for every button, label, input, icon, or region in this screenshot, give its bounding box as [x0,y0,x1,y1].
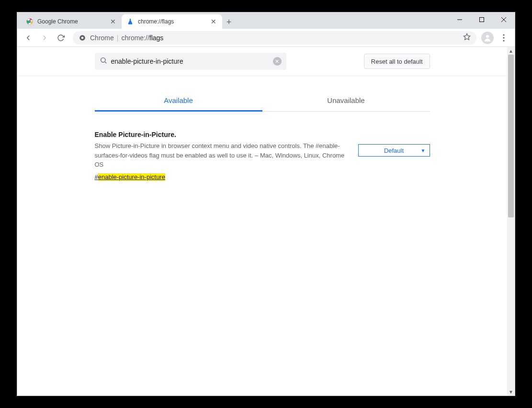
svg-point-12 [503,40,504,41]
page-content: ✕ Reset all to default Available Unavail… [17,47,507,396]
chrome-url-icon [79,34,86,42]
new-tab-button[interactable]: + [222,15,236,29]
tab-available[interactable]: Available [95,90,262,111]
flask-favicon-icon [126,18,134,25]
flag-item: Enable Picture-in-Picture. Show Picture-… [95,131,430,181]
flag-state-value: Default [384,147,404,154]
flag-list: Enable Picture-in-Picture. Show Picture-… [95,131,430,181]
back-button[interactable] [21,31,35,45]
search-flags-input[interactable] [111,57,273,65]
svg-point-13 [101,58,105,62]
search-flags-box: ✕ [95,53,286,70]
reload-button[interactable] [54,31,68,45]
svg-marker-8 [464,34,470,40]
svg-rect-3 [480,18,484,22]
caret-down-icon: ▼ [421,148,426,153]
content-wrap: ✕ Reset all to default Available Unavail… [17,47,515,396]
flag-description: Show Picture-in-Picture in browser conte… [95,141,347,170]
scroll-up-icon[interactable]: ▲ [507,47,515,55]
kebab-menu-icon[interactable] [497,31,511,45]
svg-point-10 [503,34,504,35]
forward-button[interactable] [37,31,52,45]
vertical-scrollbar[interactable]: ▲ ▼ [507,47,515,396]
svg-point-9 [486,35,489,38]
scrollbar-thumb[interactable] [508,55,514,217]
address-bar: Chrome | chrome://flags [17,29,515,47]
url-separator: | [117,34,119,42]
tab-chrome-flags[interactable]: chrome://flags ✕ [122,14,222,29]
chrome-favicon-icon [26,18,34,25]
bookmark-star-icon[interactable] [463,33,471,42]
clear-search-icon[interactable]: ✕ [273,57,282,66]
window-controls [449,12,515,27]
omnibox[interactable]: Chrome | chrome://flags [73,31,476,45]
close-icon[interactable]: ✕ [210,18,217,25]
tab-unavailable[interactable]: Unavailable [262,90,430,111]
tab-google-chrome[interactable]: Google Chrome ✕ [21,14,122,29]
flag-title: Enable Picture-in-Picture. [95,131,347,138]
flags-tabs: Available Unavailable [95,90,430,112]
close-icon[interactable]: ✕ [109,18,117,25]
svg-line-14 [105,62,106,63]
profile-avatar[interactable] [481,32,494,44]
tab-title: chrome://flags [138,18,210,25]
flag-anchor-link[interactable]: #enable-picture-in-picture [95,173,165,181]
search-icon [100,57,107,66]
reset-all-button[interactable]: Reset all to default [364,54,430,69]
flag-state-select[interactable]: Default ▼ [358,144,430,157]
flags-header: ✕ Reset all to default [17,47,507,76]
scroll-down-icon[interactable]: ▼ [507,388,515,396]
svg-point-11 [503,37,504,38]
tabs-strip: Google Chrome ✕ chrome://flags ✕ + [17,12,236,29]
maximize-button[interactable] [471,12,493,27]
close-window-button[interactable] [493,12,515,27]
toolbar-right [481,31,511,45]
svg-point-7 [81,36,84,39]
url-path: flags [149,34,164,42]
browser-window: Google Chrome ✕ chrome://flags ✕ + [17,12,515,396]
url-path-prefix: chrome:// [121,34,149,42]
minimize-button[interactable] [449,12,471,27]
tab-title: Google Chrome [37,18,109,25]
titlebar: Google Chrome ✕ chrome://flags ✕ + [17,12,515,29]
url-scheme-label: Chrome [90,34,114,42]
